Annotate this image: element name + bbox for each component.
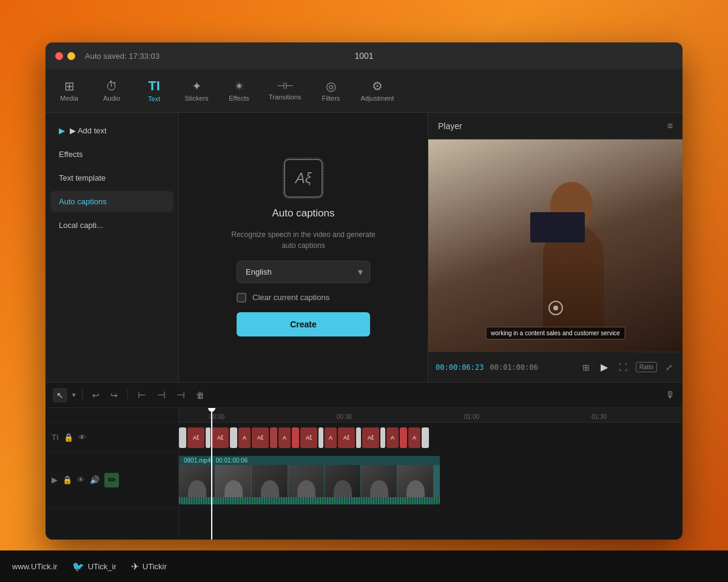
toolbar-item-filters[interactable]: ◎ Filters [309,75,352,107]
video-track-play-icon: ▶ [52,475,58,484]
fullscreen-icon[interactable]: ⛶ [616,360,630,375]
adjustment-icon: ⚙ [372,80,383,92]
text-icon: TI [148,79,160,93]
redo-tool[interactable]: ↪ [107,388,121,403]
traffic-lights [55,52,75,60]
window-title: 1001 [354,51,373,61]
delete-tool[interactable]: 🗑 [192,388,208,403]
video-laptop [530,212,585,242]
video-control-dot[interactable] [548,301,563,315]
bottom-bar: www.UTick.ir 🐦 UTick_ir ✈ UTickir [0,550,728,582]
split-tool-1[interactable]: ⊢ [134,387,150,403]
caption-segment-border [179,427,186,448]
auto-captions-label: Auto captions [59,197,107,206]
sidebar-item-local-captions[interactable]: Local capti... [50,215,174,236]
create-button[interactable]: Create [237,312,370,336]
caption-segment-10[interactable]: A [386,427,399,448]
caption-segments: Aξ Aξ A Aξ A Aξ A Aξ Aξ [179,427,440,449]
caption-segment-11[interactable]: A [408,427,420,448]
undo-tool[interactable]: ↩ [89,388,103,403]
stickers-label: Stickers [184,95,208,102]
caption-segment-8[interactable]: Aξ [338,427,355,448]
toolbar-divider-1 [82,389,83,401]
stickers-icon: ✦ [192,80,202,92]
caption-segment-3[interactable]: A [238,427,251,448]
effects-label: Effects [229,95,249,102]
waveform-visual [179,497,440,504]
toolbar-item-effects[interactable]: ✴ Effects [218,75,260,107]
caption-track-lock-icon[interactable]: 🔒 [64,433,73,442]
auto-captions-panel: Aξ Auto captions Recognize speech in the… [179,113,428,382]
toolbar-item-text[interactable]: TI Text [133,75,175,107]
caption-track-text-icon: TI [52,433,59,442]
toolbar-item-audio[interactable]: ⏱ Audio [90,75,133,107]
caption-track-eye-icon[interactable]: 👁 [78,433,86,442]
playhead[interactable] [211,408,212,540]
player-menu-icon[interactable]: ≡ [667,121,673,132]
split-tool-3[interactable]: ⊣ [173,387,189,403]
split-tool-2[interactable]: ⊣ [153,387,169,403]
caption-gap-6 [356,427,361,448]
text-label: Text [148,95,160,102]
minimize-button[interactable] [67,52,75,60]
toolbar-item-stickers[interactable]: ✦ Stickers [175,75,218,107]
local-captions-label: Local capti... [59,221,103,230]
clear-captions-label: Clear current captions [252,293,329,302]
sidebar-item-effects[interactable]: Effects [50,144,174,165]
caption-gap-7 [380,427,385,448]
toolbar-item-transitions[interactable]: ⊣⊢ Transitions [260,76,309,105]
toolbar-item-adjustment[interactable]: ⚙ Adjustment [352,75,402,107]
caption-gap-2 [230,427,237,448]
timeline-toolbar: ↖ ▾ ↩ ↪ ⊢ ⊣ ⊣ 🗑 🎙 [46,383,682,408]
caption-border-end [422,427,429,448]
caption-segment-1[interactable]: Aξ [187,427,204,448]
caption-segment-2[interactable]: Aξ [212,427,229,448]
sidebar-item-text-template[interactable]: Text template [50,167,174,189]
auto-captions-panel-icon: Aξ [284,159,323,198]
sidebar: ▶ ▶ Add text Effects Text template Auto … [46,113,179,382]
sidebar-item-auto-captions[interactable]: Auto captions [50,191,174,212]
video-track-eye-icon[interactable]: 👁 [77,475,85,484]
ratio-badge[interactable]: Ratio [636,362,657,372]
effects-icon: ✴ [234,80,244,92]
caption-segment-7[interactable]: A [325,427,337,448]
player-panel: Player ≡ working in a content sales and … [428,113,682,382]
caption-segment-6[interactable]: Aξ [300,427,317,448]
caption-segment-4[interactable]: Aξ [252,427,269,448]
twitter-handle: UTick_ir [88,562,116,571]
player-controls: 00:00:06:23 00:01:00:06 ⊞ ▶ ⛶ Ratio ⤢ [428,352,682,382]
audio-waveform [179,497,440,504]
sidebar-item-add-text[interactable]: ▶ ▶ Add text [50,120,174,141]
auto-saved-text: Auto saved: 17:33:03 [85,52,160,61]
video-track-audio-icon[interactable]: 🔊 [90,475,99,484]
caption-track: Aξ Aξ A Aξ A Aξ A Aξ Aξ [179,423,682,453]
caption-segment-9[interactable]: Aξ [362,427,379,448]
grid-view-icon[interactable]: ⊞ [580,360,592,375]
caption-track-control: TI 🔒 👁 [46,423,178,453]
track-controls: TI 🔒 👁 ▶ 🔒 👁 🔊 ✏ [46,408,179,540]
ruler-mark-60: 01:00 [464,413,479,420]
select-tool[interactable]: ↖ [53,388,67,403]
add-text-label: ▶ Add text [70,126,107,135]
clear-captions-checkbox[interactable] [237,293,246,303]
caption-segment-5[interactable]: A [278,427,291,448]
caption-gap-3 [270,427,277,448]
caption-gap-4 [292,427,299,448]
play-button[interactable]: ▶ [598,359,610,375]
expand-icon[interactable]: ⤢ [663,360,675,375]
edit-button[interactable]: ✏ [104,473,119,487]
player-title: Player [438,121,462,131]
select-tool-dropdown[interactable]: ▾ [72,391,76,399]
video-track-lock-icon[interactable]: 🔒 [62,475,72,484]
toolbar-item-media[interactable]: ⊞ Media [48,75,90,107]
microphone-icon[interactable]: 🎙 [666,390,675,401]
twitter-social: 🐦 UTick_ir [72,561,116,572]
telegram-social: ✈ UTickir [131,561,167,572]
language-select[interactable]: English Spanish French German Chinese Ja… [237,261,370,283]
caption-gap-1 [206,427,211,448]
telegram-icon: ✈ [131,561,139,572]
close-button[interactable] [55,52,63,60]
media-label: Media [60,95,78,102]
filters-icon: ◎ [326,80,336,92]
language-select-wrapper[interactable]: English Spanish French German Chinese Ja… [237,261,370,283]
